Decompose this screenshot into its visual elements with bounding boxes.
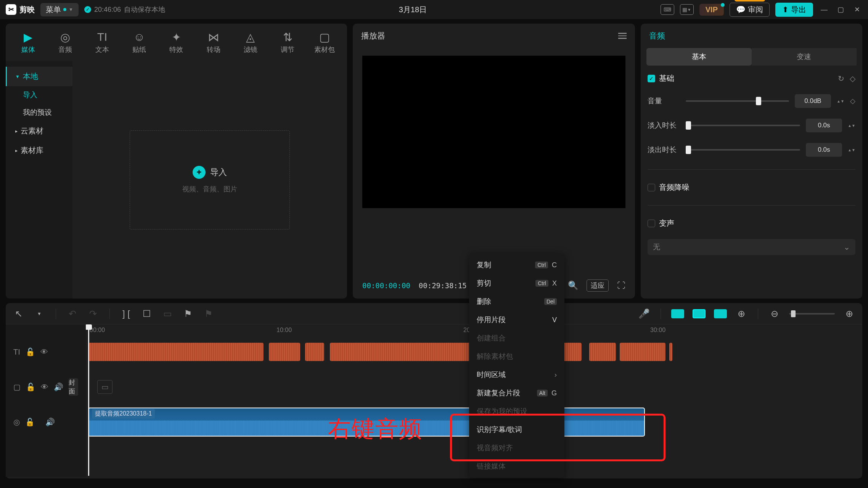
vip-button[interactable]: VIP (699, 4, 724, 16)
fade-out-value[interactable]: 0.0s (806, 143, 842, 157)
ctx-compound[interactable]: 新建复合片段AltG (469, 384, 564, 402)
fit-button[interactable]: 适应 (587, 279, 609, 292)
zoom-in-button[interactable]: ⊕ (843, 308, 855, 319)
fade-in-stepper[interactable]: ▲▼ (848, 124, 855, 128)
tool-dropdown[interactable]: ▼ (33, 311, 45, 316)
flag-tool[interactable]: ⚑ (182, 308, 194, 319)
minimize-button[interactable]: — (819, 4, 829, 15)
ctx-copy[interactable]: 复制CtrlC (469, 256, 564, 274)
menu-button[interactable]: 菜单 ▼ (40, 3, 79, 16)
zoom-slider[interactable] (789, 313, 835, 315)
chat-icon: 💬 (736, 5, 746, 14)
ctx-cut[interactable]: 剪切CtrlX (469, 274, 564, 292)
tab-label: 转场 (207, 45, 220, 54)
zoom-icon[interactable]: 🔍 (568, 281, 578, 291)
export-button[interactable]: ⬆ 导出 (775, 3, 813, 17)
keyframe-icon[interactable]: ◇ (850, 74, 855, 83)
layout-icon[interactable]: ▦ ▼ (680, 4, 694, 15)
close-button[interactable]: ✕ (852, 4, 862, 15)
props-tab-basic[interactable]: 基本 (646, 48, 752, 66)
volume-stepper[interactable]: ▲▼ (837, 99, 844, 103)
speaker-icon[interactable]: 🔊 (45, 417, 55, 427)
tab-media[interactable]: ▶媒体 (10, 27, 47, 58)
import-dropzone[interactable]: + 导入 视频、音频、图片 (130, 130, 290, 230)
review-button[interactable]: 💬 审阅 (730, 3, 770, 17)
redo-button[interactable]: ↷ (87, 308, 99, 319)
player-screen[interactable] (362, 56, 625, 208)
track-btn-1[interactable] (671, 309, 684, 318)
tab-pack[interactable]: ▢素材包 (306, 27, 343, 58)
divider (648, 205, 855, 205)
text-clip[interactable] (620, 343, 665, 361)
fullscreen-icon[interactable]: ⛶ (617, 281, 625, 291)
props-tab-speed[interactable]: 变速 (752, 48, 857, 66)
track-btn-2[interactable] (693, 309, 706, 318)
sidebar-item-presets[interactable]: 我的预设 (6, 104, 72, 121)
fade-in-slider[interactable] (686, 125, 800, 126)
cursor-tool[interactable]: ↖ (13, 308, 25, 319)
audio-clip-label: 提取音频20230318-1 (92, 409, 155, 419)
text-icon: TI (97, 30, 108, 43)
align-tool[interactable]: ⊕ (735, 308, 747, 319)
lock-icon[interactable]: 🔓 (25, 417, 35, 427)
fade-in-value[interactable]: 0.0s (806, 119, 842, 132)
tab-filter[interactable]: ◬滤镜 (232, 27, 269, 58)
sidebar-item-local[interactable]: ▼本地 (6, 67, 72, 86)
undo-button[interactable]: ↶ (66, 308, 79, 319)
denoise-toggle[interactable]: 音频降噪 (648, 182, 855, 193)
main-row: ▶媒体 ◎音频 TI文本 ☺贴纸 ✦特效 ⋈转场 ◬滤镜 ⇅调节 ▢素材包 ▼本… (0, 19, 868, 303)
time-current: 00:00:00:00 (362, 281, 410, 290)
video-slot-icon[interactable]: ▭ (97, 380, 113, 394)
keyframe-icon[interactable]: ◇ (850, 97, 855, 105)
track-btn-3[interactable] (714, 309, 727, 318)
lock-icon[interactable]: 🔓 (26, 347, 35, 356)
eye-icon[interactable]: 👁 (40, 348, 48, 356)
tab-effects[interactable]: ✦特效 (158, 27, 195, 58)
export-label: 导出 (791, 5, 806, 15)
voice-change-toggle[interactable]: 变声 (648, 218, 855, 228)
tab-adjust[interactable]: ⇅调节 (269, 27, 306, 58)
fade-out-stepper[interactable]: ▲▼ (848, 148, 855, 152)
basic-toggle[interactable]: ✓ 基础 (648, 73, 674, 83)
flag-tool-2[interactable]: ⚑ (203, 308, 215, 319)
maximize-button[interactable]: ▢ (835, 4, 846, 15)
text-clip[interactable] (88, 343, 264, 361)
timeline-toolbar: ↖ ▼ ↶ ↷ ] [ ☐ ▭ ⚑ ⚑ 🎤 ⊕ ⊖ ⊕ (6, 303, 862, 324)
autosave-indicator: ✓ 20:46:06 自动保存本地 (84, 5, 165, 14)
zoom-out-button[interactable]: ⊖ (768, 308, 781, 319)
tab-transition[interactable]: ⋈转场 (195, 27, 232, 58)
cover-button[interactable]: 封面 (69, 378, 78, 396)
tab-sticker[interactable]: ☺贴纸 (121, 27, 158, 58)
fade-out-slider[interactable] (686, 149, 800, 151)
tab-text[interactable]: TI文本 (84, 27, 121, 58)
speaker-icon[interactable]: 🔊 (54, 382, 63, 392)
eye-icon[interactable]: 👁 (41, 383, 48, 392)
chevron-right-icon: › (555, 371, 557, 379)
ctx-delete[interactable]: 删除Del (469, 292, 564, 311)
text-clip[interactable] (589, 343, 616, 361)
reset-icon[interactable]: ↻ (838, 74, 844, 83)
crop-tool[interactable]: ☐ (141, 308, 153, 319)
keyboard-icon[interactable]: ⌨ (661, 4, 674, 15)
import-label: 导入 (210, 167, 227, 178)
text-clip[interactable] (305, 343, 324, 361)
volume-slider[interactable] (686, 100, 789, 102)
sidebar-item-import[interactable]: 导入 (6, 86, 72, 104)
mic-icon[interactable]: 🎤 (638, 308, 650, 319)
lock-icon[interactable]: 🔓 (26, 382, 35, 392)
tab-audio[interactable]: ◎音频 (47, 27, 84, 58)
volume-value[interactable]: 0.0dB (795, 94, 831, 108)
delete-tool[interactable]: ▭ (161, 308, 174, 319)
sidebar-item-library[interactable]: ▸素材库 (6, 141, 72, 160)
text-clip[interactable] (269, 343, 300, 361)
split-tool[interactable]: ] [ (120, 308, 132, 319)
ctx-time-range[interactable]: 时间区域› (469, 366, 564, 384)
voice-change-select[interactable]: 无 ⌄ (648, 239, 855, 255)
sidebar-item-cloud[interactable]: ▸云素材 (6, 121, 72, 141)
app-name: 剪映 (19, 5, 35, 15)
playhead[interactable] (88, 325, 89, 476)
hamburger-icon[interactable] (618, 33, 627, 39)
text-clip[interactable] (669, 343, 672, 361)
media-body: ▼本地 导入 我的预设 ▸云素材 ▸素材库 + 导入 视频、音频、图片 (6, 61, 347, 299)
ctx-disable[interactable]: 停用片段V (469, 311, 564, 329)
